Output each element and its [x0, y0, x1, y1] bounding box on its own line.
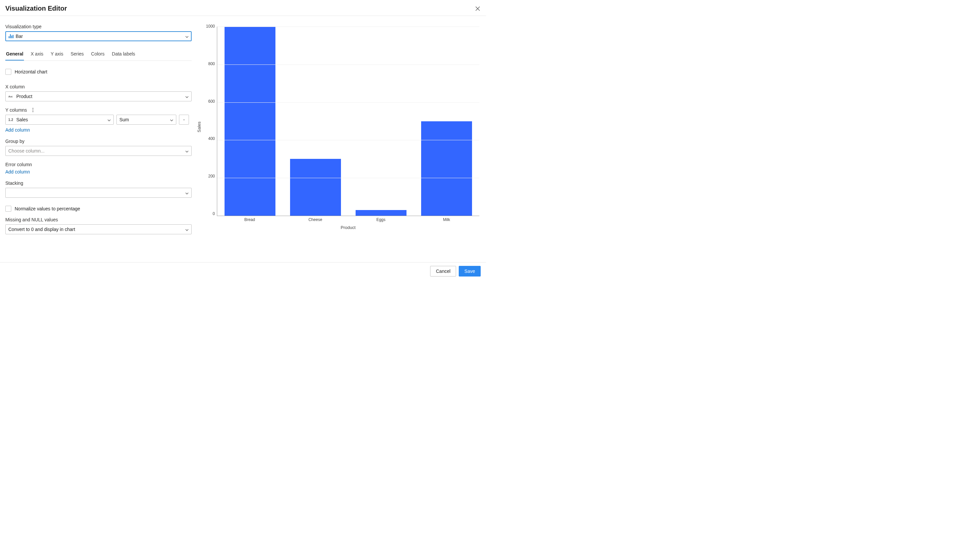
chart-gridline [217, 102, 479, 103]
settings-tabs: GeneralX axisY axisSeriesColorsData labe… [5, 48, 192, 61]
kebab-menu-icon[interactable] [30, 107, 35, 113]
chart-y-axis: 10008006004002000 [202, 24, 215, 216]
svg-rect-2 [11, 35, 12, 38]
tab-data-labels[interactable]: Data labels [111, 48, 136, 60]
error-column-label: Error column [5, 162, 192, 167]
viz-type-value: Bar [16, 33, 23, 39]
svg-rect-1 [10, 34, 11, 38]
y-columns-label: Y columns [5, 107, 27, 113]
chevron-down-icon [107, 117, 111, 122]
chart-x-axis-label: Product [217, 225, 479, 230]
svg-point-9 [33, 111, 33, 112]
normalize-checkbox[interactable]: Normalize values to percentage [5, 206, 192, 212]
tab-general[interactable]: General [5, 48, 24, 60]
chart-y-tick: 0 [212, 212, 215, 216]
text-type-icon: A B C [8, 94, 14, 99]
y-aggregation-select[interactable]: Sum [116, 115, 176, 125]
chart-x-tick: Cheese [283, 217, 348, 222]
missing-values-select[interactable]: Convert to 0 and display in chart [5, 224, 192, 234]
add-y-column-link[interactable]: Add column [5, 127, 192, 133]
chart-y-tick: 600 [208, 99, 215, 104]
chevron-down-icon [185, 148, 189, 153]
bar-chart: Sales 10008006004002000 BreadCheeseEggsM… [199, 24, 481, 230]
chart-bar [290, 159, 341, 216]
group-by-label: Group by [5, 138, 192, 144]
y-column-value: Sales [16, 117, 28, 122]
add-error-column-link[interactable]: Add column [5, 169, 192, 175]
chevron-down-icon [170, 117, 173, 122]
chart-bar [224, 27, 276, 216]
chart-y-tick: 1000 [206, 24, 215, 28]
chart-y-axis-label: Sales [197, 122, 202, 133]
y-column-select[interactable]: 1.2 Sales [5, 115, 114, 125]
bar-chart-icon [8, 34, 13, 38]
chart-bar [421, 121, 472, 216]
chart-preview-panel: Sales 10008006004002000 BreadCheeseEggsM… [199, 24, 481, 257]
missing-values-label: Missing and NULL values [5, 217, 192, 222]
stacking-label: Stacking [5, 180, 192, 186]
tab-x-axis[interactable]: X axis [30, 48, 44, 60]
horizontal-chart-label: Horizontal chart [15, 69, 47, 75]
viz-type-label: Visualization type [5, 24, 192, 29]
tab-series[interactable]: Series [70, 48, 84, 60]
viz-type-select[interactable]: Bar [5, 31, 192, 41]
svg-point-8 [33, 110, 33, 111]
dialog-body: Visualization type Bar GeneralX axisY ax… [0, 16, 486, 262]
chart-x-tick: Bread [217, 217, 283, 222]
y-agg-value: Sum [119, 117, 129, 122]
checkbox-icon [5, 69, 11, 75]
horizontal-chart-checkbox[interactable]: Horizontal chart [5, 69, 192, 75]
x-column-value: Product [16, 94, 32, 99]
svg-point-7 [33, 108, 33, 109]
chart-bar-slot [414, 27, 479, 216]
chevron-down-icon [185, 33, 189, 39]
chart-y-tick: 800 [208, 62, 215, 66]
chart-plot-area [217, 27, 479, 216]
remove-y-column-button[interactable]: - [179, 115, 189, 125]
chart-x-ticks: BreadCheeseEggsMilk [217, 217, 479, 222]
tab-y-axis[interactable]: Y axis [50, 48, 64, 60]
chart-gridline [217, 178, 479, 178]
save-button[interactable]: Save [459, 266, 481, 277]
chart-bar [356, 210, 407, 216]
checkbox-icon [5, 206, 11, 212]
chevron-down-icon [185, 190, 189, 195]
dialog-title: Visualization Editor [5, 5, 67, 12]
dialog-header: Visualization Editor [0, 0, 486, 16]
close-icon[interactable] [475, 6, 481, 12]
stacking-select[interactable] [5, 188, 192, 198]
group-by-placeholder: Choose column... [8, 148, 45, 153]
chevron-down-icon [185, 94, 189, 99]
chevron-down-icon [185, 227, 189, 232]
chart-bar-slot [283, 27, 348, 216]
x-column-select[interactable]: A B C Product [5, 92, 192, 102]
chart-x-tick: Eggs [348, 217, 414, 222]
settings-panel: Visualization type Bar GeneralX axisY ax… [5, 24, 192, 257]
chart-x-tick: Milk [414, 217, 479, 222]
svg-rect-0 [8, 36, 10, 38]
chart-gridline [217, 140, 479, 140]
cancel-button[interactable]: Cancel [430, 266, 456, 277]
tab-colors[interactable]: Colors [90, 48, 105, 60]
missing-values-value: Convert to 0 and display in chart [8, 227, 75, 232]
dialog-footer: Cancel Save [0, 262, 486, 280]
svg-rect-3 [13, 35, 13, 38]
normalize-label: Normalize values to percentage [15, 206, 80, 212]
chart-y-tick: 400 [208, 136, 215, 141]
chart-gridline [217, 27, 479, 27]
chart-bar-slot [217, 27, 283, 216]
number-type-icon: 1.2 [8, 118, 14, 122]
chart-bar-slot [348, 27, 414, 216]
group-by-select[interactable]: Choose column... [5, 146, 192, 156]
x-column-label: X column [5, 84, 192, 89]
svg-text:C: C [12, 96, 13, 98]
chart-y-tick: 200 [208, 174, 215, 178]
